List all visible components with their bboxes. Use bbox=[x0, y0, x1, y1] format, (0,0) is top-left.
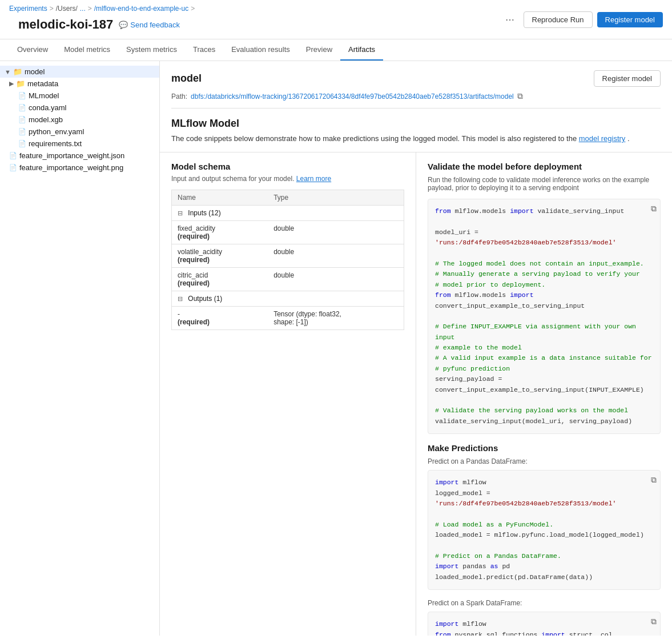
tree-label-requirements: requirements.txt bbox=[29, 139, 82, 148]
mlflow-title: MLflow Model bbox=[171, 118, 661, 130]
field-required-output: (required) bbox=[178, 318, 262, 326]
col-header-type: Type bbox=[268, 190, 404, 206]
breadcrumb-experiments[interactable]: Experiments bbox=[9, 5, 47, 13]
table-row: citric_acid (required) double bbox=[172, 268, 404, 291]
tree-item-conda[interactable]: 📄 conda.yaml bbox=[0, 102, 159, 114]
outputs-expand-icon[interactable]: ⊟ bbox=[178, 295, 183, 302]
breadcrumb-sep1: > bbox=[50, 5, 54, 13]
tree-label-model-xgb: model.xgb bbox=[29, 115, 63, 124]
tree-item-metadata[interactable]: ▶ 📁 metadata bbox=[0, 78, 159, 90]
file-icon-mlmodel: 📄 bbox=[18, 92, 26, 99]
copy-validate-code-icon[interactable]: ⧉ bbox=[651, 203, 657, 215]
sidebar: ▼ 📁 model ▶ 📁 metadata 📄 MLmodel 📄 conda… bbox=[0, 61, 160, 636]
validate-desc: Run the following code to validate model… bbox=[428, 176, 661, 192]
field-name-volatile-acidity: volatile_acidity bbox=[178, 248, 262, 256]
file-icon-model-xgb: 📄 bbox=[18, 116, 26, 123]
feedback-icon: 💬 bbox=[119, 21, 128, 29]
copy-spark-code-icon[interactable]: ⧉ bbox=[651, 616, 657, 628]
tab-evaluation-results[interactable]: Evaluation results bbox=[223, 39, 298, 61]
schema-desc: Input and output schema for your model. … bbox=[171, 175, 404, 183]
field-name-citric-acid: citric_acid bbox=[178, 271, 262, 279]
content-area: model Register model Path: dbfs:/databri… bbox=[160, 61, 672, 636]
table-row: - (required) Tensor (dtype: float32,shap… bbox=[172, 307, 404, 330]
file-icon-feature-json: 📄 bbox=[9, 152, 17, 159]
register-model-header-button[interactable]: Register model bbox=[597, 12, 663, 27]
folder-icon: 📁 bbox=[13, 67, 22, 76]
code-section: Validate the model before deployment Run… bbox=[416, 152, 672, 636]
table-row: volatile_acidity (required) double bbox=[172, 244, 404, 268]
collapse-icon: ▼ bbox=[5, 69, 11, 75]
header-actions: ⋯ Reproduce Run Register model bbox=[501, 11, 663, 28]
more-options-button[interactable]: ⋯ bbox=[501, 12, 519, 27]
two-column-section: Model schema Input and output schema for… bbox=[160, 152, 672, 636]
inputs-label: Inputs (12) bbox=[188, 209, 220, 217]
tree-label-mlmodel: MLmodel bbox=[29, 91, 59, 100]
tab-system-metrics[interactable]: System metrics bbox=[118, 39, 185, 61]
schema-learn-more-link[interactable]: Learn more bbox=[296, 175, 331, 183]
path-row: Path: dbfs:/databricks/mlflow-tracking/1… bbox=[160, 91, 672, 108]
breadcrumb-users: /Users/ bbox=[56, 5, 78, 13]
table-row: fixed_acidity (required) double bbox=[172, 221, 404, 244]
field-name-output: - bbox=[178, 310, 262, 318]
predict-title: Make Predictions bbox=[428, 443, 661, 453]
tab-overview[interactable]: Overview bbox=[9, 39, 56, 61]
feedback-label: Send feedback bbox=[130, 21, 180, 29]
feedback-button[interactable]: 💬 Send feedback bbox=[119, 21, 180, 29]
tree-label-metadata: metadata bbox=[27, 79, 58, 88]
tree-label-python-env: python_env.yaml bbox=[29, 127, 84, 136]
tab-model-metrics[interactable]: Model metrics bbox=[56, 39, 118, 61]
schema-title: Model schema bbox=[171, 162, 404, 171]
tree-label-feature-json: feature_importance_weight.json bbox=[19, 151, 124, 160]
tree-label-feature-png: feature_importance_weight.png bbox=[19, 163, 123, 172]
file-icon-requirements: 📄 bbox=[18, 140, 26, 147]
field-type-citric-acid: double bbox=[268, 268, 404, 291]
field-name-fixed-acidity: fixed_acidity bbox=[178, 224, 262, 232]
field-required-citric-acid: (required) bbox=[178, 279, 262, 287]
tree-item-model[interactable]: ▼ 📁 model bbox=[0, 66, 159, 78]
breadcrumb-run[interactable]: /mlflow-end-to-end-example-uc bbox=[94, 5, 188, 13]
breadcrumb-users-path[interactable]: ... bbox=[80, 5, 86, 13]
validate-code-block: ⧉ from mlflow.models import validate_ser… bbox=[428, 199, 661, 434]
inputs-expand-icon[interactable]: ⊟ bbox=[178, 210, 183, 216]
tab-artifacts[interactable]: Artifacts bbox=[340, 39, 383, 61]
file-icon-python-env: 📄 bbox=[18, 128, 26, 135]
collapse-icon-meta: ▶ bbox=[9, 80, 14, 87]
file-icon-feature-png: 📄 bbox=[9, 164, 17, 171]
field-type-fixed-acidity: double bbox=[268, 221, 404, 244]
predict-spark-label: Predict on a Spark DataFrame: bbox=[428, 599, 661, 607]
tree-label-conda: conda.yaml bbox=[29, 103, 66, 112]
file-icon-conda: 📄 bbox=[18, 104, 26, 111]
predict-spark-code-block: ⧉ import mlflow from pyspark.sql.functio… bbox=[428, 612, 661, 636]
copy-pandas-code-icon[interactable]: ⧉ bbox=[651, 474, 657, 487]
tree-item-requirements[interactable]: 📄 requirements.txt bbox=[0, 138, 159, 150]
path-value: dbfs:/databricks/mlflow-tracking/1367206… bbox=[191, 93, 514, 101]
reproduce-run-button[interactable]: Reproduce Run bbox=[524, 11, 593, 28]
breadcrumb-sep3: > bbox=[191, 5, 195, 13]
model-registry-link[interactable]: model registry bbox=[579, 134, 626, 143]
breadcrumb: Experiments > /Users/ ... > /mlflow-end-… bbox=[9, 5, 195, 13]
breadcrumb-sep2: > bbox=[88, 5, 92, 13]
tree-item-model-xgb[interactable]: 📄 model.xgb bbox=[0, 114, 159, 126]
register-model-content-button[interactable]: Register model bbox=[594, 70, 661, 87]
folder-icon-meta: 📁 bbox=[16, 79, 25, 88]
col-header-name: Name bbox=[172, 190, 268, 206]
tree-item-mlmodel[interactable]: 📄 MLmodel bbox=[0, 90, 159, 102]
outputs-group-row: ⊟ Outputs (1) bbox=[172, 291, 404, 307]
field-type-volatile-acidity: double bbox=[268, 244, 404, 268]
copy-path-icon[interactable]: ⧉ bbox=[517, 91, 523, 101]
predict-pandas-code-block: ⧉ import mlflow logged_model = 'runs:/8d… bbox=[428, 470, 661, 590]
tree-item-feature-json[interactable]: 📄 feature_importance_weight.json bbox=[0, 150, 159, 162]
field-required-volatile-acidity: (required) bbox=[178, 256, 262, 264]
schema-section: Model schema Input and output schema for… bbox=[160, 152, 416, 636]
main-layout: ▼ 📁 model ▶ 📁 metadata 📄 MLmodel 📄 conda… bbox=[0, 61, 672, 636]
tab-preview[interactable]: Preview bbox=[298, 39, 340, 61]
model-header: model Register model bbox=[160, 61, 672, 91]
tree-item-python-env[interactable]: 📄 python_env.yaml bbox=[0, 126, 159, 138]
outputs-label: Outputs (1) bbox=[188, 295, 222, 303]
model-content-title: model bbox=[171, 73, 202, 85]
field-required-fixed-acidity: (required) bbox=[178, 232, 262, 240]
path-label: Path: bbox=[171, 93, 187, 101]
schema-table: Name Type ⊟ Inputs (12) bbox=[171, 190, 404, 330]
tab-traces[interactable]: Traces bbox=[185, 39, 223, 61]
tree-item-feature-png[interactable]: 📄 feature_importance_weight.png bbox=[0, 162, 159, 174]
